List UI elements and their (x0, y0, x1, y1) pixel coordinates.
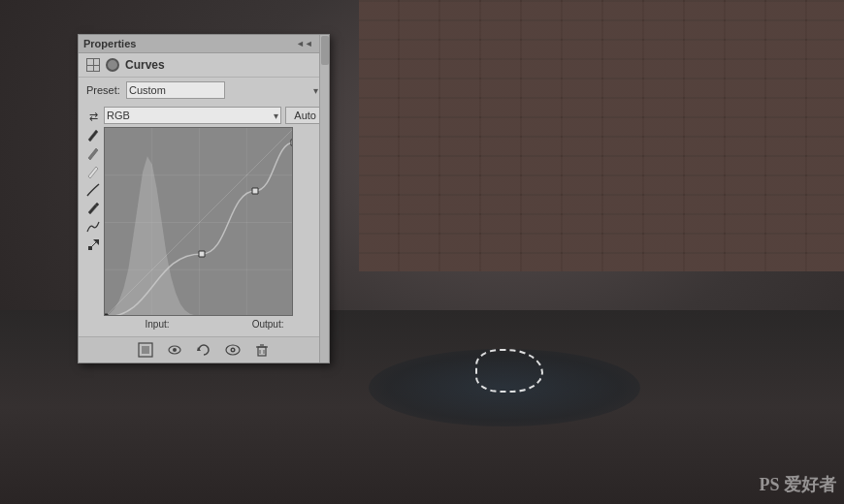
curve-area: RGB Red Green Blue Auto Input: Output (104, 107, 325, 332)
eyedropper-white-tool[interactable] (84, 164, 102, 179)
preset-select-wrapper: Custom Default Strong Contrast Linear Co… (126, 81, 321, 99)
bg-wall (359, 0, 844, 271)
preset-select[interactable]: Custom Default Strong Contrast Linear Co… (126, 81, 225, 99)
delete-icon[interactable] (254, 342, 270, 358)
eyedropper-black-tool[interactable] (84, 127, 102, 142)
svg-line-2 (88, 240, 98, 250)
svg-point-6 (173, 348, 177, 352)
svg-point-10 (232, 349, 234, 351)
tools-column: ⇄ (82, 107, 104, 332)
collapse-button[interactable]: ◄◄ (296, 40, 313, 48)
ps-watermark: PS 爱好者 (759, 473, 836, 496)
output-label: Output: (252, 319, 284, 330)
reset-icon[interactable] (196, 342, 211, 358)
pencil-tool[interactable] (84, 201, 102, 216)
add-mask-icon[interactable] (138, 342, 153, 358)
io-row: Input: Output: (104, 316, 325, 332)
svg-rect-11 (258, 347, 266, 356)
panel-bottom (79, 336, 329, 362)
curve-graph[interactable] (104, 127, 293, 316)
scrollbar-thumb[interactable] (321, 36, 329, 65)
input-label: Input: (146, 319, 170, 330)
curves-label: Curves (125, 58, 165, 72)
visibility-icon[interactable] (167, 342, 182, 358)
curve-tool[interactable] (84, 182, 102, 198)
channel-tool[interactable]: ⇄ (84, 109, 102, 124)
clipping-tool[interactable] (84, 237, 102, 253)
circle-icon[interactable] (106, 58, 119, 72)
panel-titlebar: Properties ◄◄ ≡ (79, 35, 329, 53)
preset-row: Preset: Custom Default Strong Contrast L… (79, 78, 329, 103)
properties-panel: Properties ◄◄ ≡ Curves Preset: Custom De… (78, 34, 330, 363)
panel-title: Properties (83, 38, 136, 49)
grid-icon[interactable] (86, 58, 100, 72)
preset-label: Preset: (86, 84, 120, 96)
eyedropper-gray-tool[interactable] (84, 145, 102, 161)
panel-header: Curves (79, 53, 329, 78)
channel-row: RGB Red Green Blue Auto (104, 107, 325, 124)
eye-icon[interactable] (225, 342, 241, 358)
channel-select[interactable]: RGB Red Green Blue (104, 107, 281, 124)
selection-marquee (475, 349, 543, 393)
svg-rect-4 (142, 346, 149, 354)
scroll-track[interactable] (319, 35, 329, 362)
panel-content: ⇄ (79, 103, 329, 336)
smooth-tool[interactable] (84, 219, 102, 235)
channel-select-wrapper: RGB Red Green Blue (104, 107, 281, 124)
